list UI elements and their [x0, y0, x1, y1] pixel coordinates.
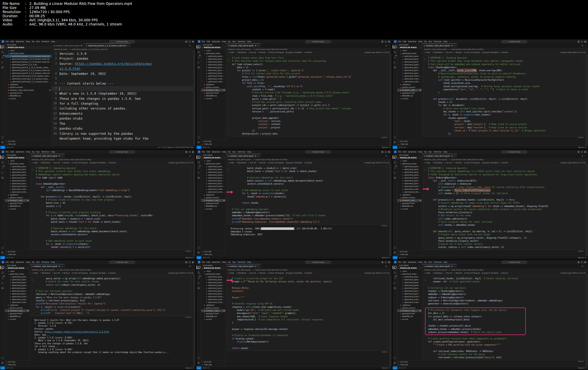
tree-item[interactable]: ≡optimized_scikit-learn_1_0_release_note… [397, 298, 422, 301]
minimap[interactable] [389, 54, 392, 146]
tree-item[interactable]: ≡optimized_pandas_2_0_0_release_notes.tx… [5, 168, 29, 171]
tree-item[interactable]: ≡optimized_pytorch_1_13_0_release_notes.… [397, 66, 422, 69]
tree-item[interactable]: ▸.venv [5, 270, 29, 273]
search-icon[interactable] [393, 49, 397, 55]
tree-item[interactable]: ▸.venv [201, 159, 225, 162]
search-icon[interactable] [196, 160, 201, 165]
menu-item-terminal[interactable]: Terminal [41, 151, 49, 153]
kernel-picker[interactable]: modular-rags (Python 3.11.13) [364, 272, 390, 274]
nb-action-markdown[interactable]: +Markdown [40, 162, 50, 164]
tree-item[interactable]: ◉module1_clip2_demo.ipynbM [397, 309, 422, 312]
menu-item-run[interactable]: Run [429, 41, 432, 43]
run-debug-icon[interactable]: ▷ [0, 170, 5, 175]
menu-item-view[interactable]: View [26, 261, 30, 263]
extensions-icon[interactable]: ⊞ [393, 175, 397, 180]
customize-layout-icon[interactable]: ▦ [584, 40, 586, 43]
tree-item[interactable]: ≡python-version [5, 306, 29, 309]
tree-item[interactable]: ≡optimized_pytorch_2_0_0_release_notes.t… [5, 69, 51, 72]
section-timeline[interactable]: ▸TIMELINE [5, 363, 29, 366]
tree-item[interactable]: ≡optimized_python_2_to_3.txt [201, 284, 225, 287]
menu-item-file[interactable]: File [6, 41, 9, 43]
customize-layout-icon[interactable]: ▦ [192, 151, 194, 153]
breadcrumb-item[interactable]: module1_clip2_demo.ipynb [32, 269, 55, 271]
section-outline[interactable]: ▸OUTLINE [5, 360, 29, 363]
run-cell-icon[interactable]: ▷ [228, 169, 230, 171]
menu-item-run[interactable]: Run [232, 261, 236, 263]
tab-optimized-pandos-1-5-0-release-notes-txt[interactable]: ≡optimized_pandos_1_5_0_release_notes.tx… [84, 43, 131, 48]
section-timeline[interactable]: ▸TIMELINE [201, 143, 225, 146]
split-editor-icon[interactable]: ⊟ [582, 265, 583, 267]
tree-item[interactable]: ≡pyproject.toml [201, 312, 225, 315]
tree-item[interactable]: ▾optimized_notes [5, 273, 29, 275]
extensions-icon[interactable]: ⊞ [0, 175, 5, 180]
tree-item[interactable]: ≡optimized_pytorch_2_1_0_release_notes.t… [201, 72, 225, 75]
nb-action-code[interactable]: +Code [32, 272, 38, 274]
menu-item-run[interactable]: Run [36, 41, 40, 43]
run-cell-icon[interactable]: ▷ [228, 58, 230, 60]
remote-indicator[interactable]: >< [0, 256, 5, 259]
tab-module1-clip2-demo-ipynb[interactable]: ◉module1_clip2_demo.ipynbM× [226, 43, 261, 48]
project-root[interactable]: ▾MODULAR-RAGS [5, 157, 29, 159]
menu-item-selection[interactable]: Selection [408, 151, 416, 153]
menu-item-go[interactable]: Go [32, 261, 34, 263]
tab-module1-clip2-demo-ipynb[interactable]: ◉module1_clip2_demo.ipynbM× [422, 43, 457, 48]
nb-action-more[interactable]: ⋯ [118, 162, 120, 164]
menu-item-[interactable]: ··· [449, 261, 451, 263]
tree-item[interactable]: ≡uv.lock [5, 207, 29, 210]
tree-item[interactable]: ≡optimized_scikit-learn_1_0_release_note… [397, 77, 422, 80]
tree-item[interactable]: ≡pyproject.toml [5, 202, 29, 205]
nb-action-clear-all-outputs[interactable]: ⊘Clear All Outputs [268, 51, 284, 53]
source-control-icon[interactable]: Y [196, 165, 201, 170]
menu-item-help[interactable]: Help [247, 151, 251, 153]
tree-item[interactable]: ≡optimized_pytorch_2_0_0_release_notes.t… [201, 179, 225, 182]
nb-action-code[interactable]: +Code [228, 162, 234, 164]
more-actions-icon[interactable]: ⋯ [584, 45, 586, 47]
menu-item-go[interactable]: Go [424, 261, 427, 263]
close-icon[interactable]: × [454, 265, 455, 267]
menu-item-help[interactable]: Help [247, 261, 251, 263]
tree-item[interactable]: ≡optimized_scikit-learn_1_0_release_note… [201, 188, 225, 191]
breadcrumb-item[interactable]: module1_clip2_demo.ipynb [228, 48, 251, 50]
tree-item[interactable]: ≡optimized-scikit-learn_0_24_release_not… [201, 295, 225, 298]
section-outline[interactable]: ▸OUTLINE [397, 250, 422, 253]
tree-item[interactable]: ≡optimized_pytorch_1_13_0_release_notes.… [5, 66, 51, 69]
search-icon[interactable] [0, 270, 5, 275]
breadcrumb-item[interactable]: optimized_pandas_1_5_0_release_notes.txt [72, 48, 108, 50]
tree-item[interactable]: ▸.venv [397, 270, 422, 273]
toggle-panel-icon[interactable]: ◱ [581, 261, 583, 263]
account-icon[interactable]: ○ [196, 134, 201, 140]
breadcrumb-item[interactable]: Load release notes data from text files [451, 269, 484, 271]
tree-item[interactable]: ≡optimized_pandas_2_1_0_release_notes.tx… [5, 171, 29, 174]
nb-action-clear-all-outputs[interactable]: ⊘Clear All Outputs [464, 162, 480, 164]
tree-item[interactable]: ≡optimized_pytorch_1_13_0_release_notes.… [5, 287, 29, 290]
minimap[interactable] [585, 275, 588, 366]
tree-item[interactable]: ≡optimized_pytorch_1_13_0_release_notes.… [397, 176, 422, 179]
tree-item[interactable]: ≡optimized_pandas_1_5_0_release_notes.tx… [397, 55, 422, 58]
nb-action-more[interactable]: ⋯ [314, 51, 316, 53]
tree-item[interactable]: ◉module1_clip2_demo.ipynbM [5, 309, 29, 312]
menu-item-edit[interactable]: Edit [11, 151, 14, 153]
tree-item[interactable]: ≡pyproject.toml [201, 202, 225, 205]
tree-item[interactable]: ≡uv.lock [201, 97, 225, 100]
close-icon[interactable]: × [127, 45, 129, 47]
cell-more-actions-icon[interactable]: ⋯ [582, 56, 583, 58]
run-cell-icon[interactable]: ▷ [424, 169, 426, 171]
tree-item[interactable]: ≡README.md [397, 315, 422, 318]
tree-item[interactable]: ≡optimized_scikit-learn_1_0_release_note… [5, 77, 51, 80]
menu-item-edit[interactable]: Edit [207, 261, 210, 263]
menu-item-run[interactable]: Run [36, 151, 40, 153]
nb-action-jupyter-variables[interactable]: ▤Jupyter Variables [286, 272, 302, 274]
nb-action-more[interactable]: ⋯ [510, 272, 512, 274]
more-actions-icon[interactable]: ⋯ [388, 45, 390, 47]
tree-item[interactable]: ≡optimized_pandas_2_0_0_release_notes.tx… [397, 58, 422, 60]
nb-action-run-all[interactable]: ▷Run All [248, 162, 256, 164]
menu-item-view[interactable]: View [418, 151, 423, 153]
breadcrumb-item[interactable]: Load release notes data from text files [451, 159, 484, 161]
tree-item[interactable]: ≡optimized_scikit-learn_1_1_release_note… [5, 191, 29, 193]
tree-item[interactable]: ≡optimized_pytorch_1_13_0_release_notes.… [201, 176, 225, 179]
section-outline[interactable]: ▸OUTLINE [201, 250, 225, 253]
kernel-picker[interactable]: modular-rags (Python 3.11.13) [560, 162, 586, 164]
tree-item[interactable]: ≡optimized_pandas_2_1_0_release_notes.tx… [201, 281, 225, 284]
problems-status[interactable]: ⊗ 0 ⚠ 0 [7, 367, 13, 369]
remote-indicator[interactable]: >< [0, 366, 5, 369]
